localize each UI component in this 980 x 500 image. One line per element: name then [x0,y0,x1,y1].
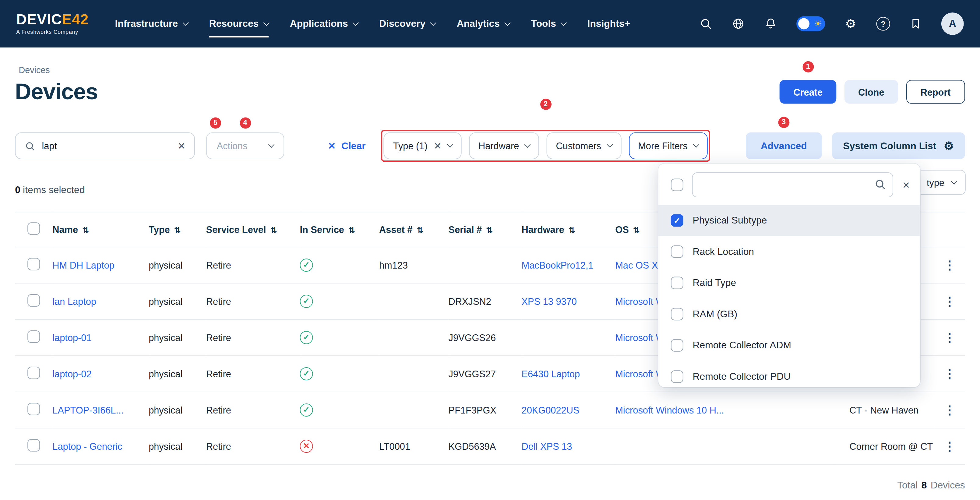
nav-insights-plus[interactable]: Insights+ [587,0,630,48]
table-row: Laptop - Generic physical Retire LT0001 … [15,428,965,464]
nav-tools[interactable]: Tools [531,0,566,48]
os-link[interactable]: Microsoft W [615,368,665,379]
device-search-box[interactable]: 5 [15,132,195,159]
os-link[interactable]: Microsoft W [615,332,665,343]
os-link[interactable]: Mac OS X [615,260,658,271]
advanced-button[interactable]: Advanced 3 [746,132,822,159]
column-header-in-service[interactable]: In Service [300,212,379,247]
device42-logo[interactable]: DEVICE42 A Freshworks Company [16,13,89,35]
column-header-asset[interactable]: Asset # [379,212,449,247]
row-checkbox[interactable] [27,403,40,416]
hardware-link[interactable]: XPS 13 9370 [522,296,577,307]
device-name-link[interactable]: Laptop - Generic [52,441,122,452]
option-checkbox[interactable] [671,245,683,258]
row-menu-kebab-icon[interactable] [944,367,956,381]
sort-icon[interactable] [486,226,493,235]
select-all-checkbox[interactable] [27,222,40,235]
logo-text-42: E42 [62,11,89,27]
row-menu-kebab-icon[interactable] [944,258,956,272]
hardware-link[interactable]: Dell XPS 13 [522,441,572,452]
bookmark-icon[interactable] [909,17,923,30]
customers-filter-dropdown[interactable]: Customers [547,132,621,159]
device-name-link[interactable]: lan Laptop [52,296,96,307]
close-panel-icon[interactable] [902,180,910,190]
nav-applications[interactable]: Applications [290,0,358,48]
system-column-list-button[interactable]: System Column List [832,132,965,159]
search-icon[interactable] [699,17,713,30]
sort-icon[interactable] [174,226,181,235]
cell-serial: DRXJSN2 [449,283,522,319]
search-input[interactable] [42,140,171,151]
bell-icon[interactable] [764,17,778,30]
row-menu-kebab-icon[interactable] [944,295,956,308]
row-checkbox[interactable] [27,294,40,307]
toggle-knob [798,18,810,29]
sort-icon[interactable] [417,226,423,235]
device-name-link[interactable]: HM DH Laptop [52,260,114,271]
create-button[interactable]: Create 1 [780,80,836,104]
hardware-link[interactable]: MacBookPro12,1 [522,260,593,271]
sort-icon[interactable] [270,226,277,235]
logo-tagline: A Freshworks Company [16,29,89,35]
nav-analytics[interactable]: Analytics [457,0,510,48]
more-filters-dropdown[interactable]: More Filters [628,132,708,159]
panel-search-input[interactable] [692,172,894,197]
column-header-service-level[interactable]: Service Level [206,212,300,247]
row-checkbox[interactable] [27,366,40,379]
sort-icon[interactable] [348,226,355,235]
row-menu-kebab-icon[interactable] [944,403,956,417]
sort-icon[interactable] [569,226,575,235]
column-header-serial[interactable]: Serial # [449,212,522,247]
clone-button[interactable]: Clone [845,80,898,104]
option-checkbox[interactable] [671,308,683,320]
panel-option-remote-collector-adm[interactable]: Remote Collector ADM [659,330,920,361]
cell-service-level: Retire [206,428,300,464]
row-menu-kebab-icon[interactable] [944,331,956,344]
column-label: Name [52,224,78,235]
report-button[interactable]: Report [906,80,965,104]
remove-type-filter-icon[interactable] [434,141,442,151]
theme-toggle[interactable] [796,16,825,31]
panel-select-all-checkbox[interactable] [671,179,683,191]
row-menu-kebab-icon[interactable] [944,440,956,453]
panel-option-remote-collector-pdu[interactable]: Remote Collector PDU [659,361,920,387]
column-header-type[interactable]: Type [149,212,206,247]
column-header-name[interactable]: Name [52,212,149,247]
hardware-link[interactable]: E6430 Laptop [522,368,580,379]
column-header-hardware[interactable]: Hardware [522,212,616,247]
device-name-link[interactable]: laptop-02 [52,368,91,379]
clear-search-icon[interactable] [178,141,186,151]
help-icon[interactable] [877,17,890,30]
os-link[interactable]: Microsoft W [615,296,665,307]
sort-icon[interactable] [82,226,89,235]
breadcrumb[interactable]: Devices [19,65,965,75]
panel-option-rack-location[interactable]: Rack Location [659,236,920,268]
nav-infrastructure[interactable]: Infrastructure [115,0,188,48]
option-checkbox[interactable] [671,370,683,383]
actions-dropdown[interactable]: Actions 4 [206,132,284,159]
sort-icon[interactable] [633,226,640,235]
panel-option-physical-subtype[interactable]: Physical Subtype [659,205,920,236]
hardware-filter-dropdown[interactable]: Hardware [469,132,539,159]
row-checkbox[interactable] [27,330,40,343]
globe-icon[interactable] [732,17,745,30]
type-filter-dropdown[interactable]: Type (1) [384,132,462,159]
device-name-link[interactable]: LAPTOP-3I66L... [52,405,124,416]
panel-option-raid-type[interactable]: Raid Type [659,268,920,299]
gear-icon[interactable] [844,17,858,30]
device-name-link[interactable]: laptop-01 [52,332,91,343]
option-checkbox[interactable] [671,277,683,289]
option-checkbox[interactable] [671,214,683,226]
row-checkbox[interactable] [27,258,40,271]
total-devices-summary: Total 8 Devices [15,479,965,491]
avatar[interactable]: A [941,13,964,35]
os-link[interactable]: Microsoft Windows 10 H... [615,405,724,416]
option-checkbox[interactable] [671,339,683,352]
hardware-link[interactable]: 20KG0022US [522,405,579,416]
clear-filters-button[interactable]: Clear [328,140,366,151]
row-checkbox[interactable] [27,439,40,452]
panel-option-ram-gb[interactable]: RAM (GB) [659,298,920,330]
nav-resources[interactable]: Resources [209,0,269,48]
clear-x-icon [328,141,336,151]
nav-discovery[interactable]: Discovery [379,0,436,48]
